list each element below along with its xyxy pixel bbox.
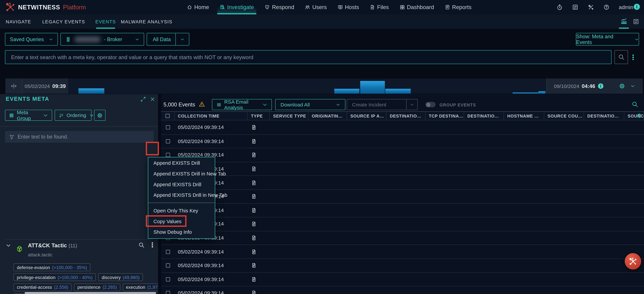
- warning-icon[interactable]: [199, 101, 205, 107]
- tab-navigate[interactable]: NAVIGATE: [6, 14, 31, 29]
- netwitness-fab[interactable]: [625, 253, 641, 270]
- column-header-destinatio[interactable]: DESTINATIO…: [386, 112, 426, 120]
- empty-cell: [504, 273, 544, 286]
- column-header-originatin[interactable]: ORIGINATIN…: [308, 112, 347, 120]
- nav-item-hosts[interactable]: Hosts: [338, 0, 359, 14]
- service-selector-dropdown[interactable]: - Broker: [60, 33, 144, 46]
- meta-value-chip[interactable]: defense-evasion(>100,000 - 35%): [14, 264, 90, 271]
- group-events-toggle[interactable]: [426, 102, 436, 107]
- column-header-hostname[interactable]: HOSTNAME …: [504, 112, 544, 120]
- table-row[interactable]: 05/02/2024 09:39:14: [161, 121, 644, 134]
- brand-logo[interactable]: NETWITNESS Platform: [5, 2, 86, 12]
- create-incident-button-disabled[interactable]: Create Incident: [346, 99, 418, 110]
- query-options-menu[interactable]: [630, 50, 636, 64]
- chevron-down-icon[interactable]: [6, 243, 11, 248]
- row-checkbox[interactable]: [166, 126, 170, 130]
- tab-malware-analysis[interactable]: MALWARE ANALYSIS: [121, 14, 172, 29]
- horizontal-scrollbar-thumb[interactable]: [25, 292, 156, 294]
- empty-cell: [308, 204, 347, 217]
- column-header-tcp-destina[interactable]: TCP DESTINA…: [426, 112, 464, 120]
- help-icon[interactable]: [603, 4, 610, 10]
- meta-value-chip[interactable]: discovery(49,860): [98, 273, 143, 281]
- row-checkbox[interactable]: [166, 291, 170, 294]
- table-row[interactable]: 05/02/2024 09:39:14: [161, 259, 644, 273]
- sliders-icon[interactable]: [572, 4, 578, 10]
- menu-item-copy-values[interactable]: Copy Values: [148, 216, 214, 227]
- events-chart-view-icon[interactable]: [621, 18, 628, 25]
- search-icon[interactable]: [138, 242, 145, 248]
- column-header-destinatio[interactable]: DESTINATIO…: [584, 112, 624, 120]
- empty-cell: [544, 135, 584, 148]
- row-checkbox[interactable]: [166, 264, 170, 268]
- table-row[interactable]: 05/02/2024 09:39:14: [161, 286, 644, 294]
- nav-item-dashboard[interactable]: Dashboard: [400, 0, 434, 14]
- time-range-dropdown[interactable]: All Data: [147, 33, 189, 46]
- type-cell: [248, 135, 270, 148]
- nav-item-home[interactable]: Home: [187, 0, 209, 14]
- menu-item-append-exists-drill[interactable]: Append EXISTS Drill: [148, 158, 214, 168]
- column-header-destinatio[interactable]: DESTINATIO…: [464, 112, 504, 120]
- table-row[interactable]: 05/02/2024 09:39:14: [161, 162, 644, 176]
- query-info-icon[interactable]: [633, 3, 640, 10]
- table-row[interactable]: 05/02/2024 09:39:14: [161, 218, 644, 231]
- table-row[interactable]: 05/02/2024 09:39:14: [161, 190, 644, 204]
- table-row[interactable]: 05/02/2024 09:39:14: [161, 135, 644, 148]
- meta-value-chip[interactable]: execution(1,973): [123, 284, 158, 291]
- nav-item-users[interactable]: Users: [305, 0, 327, 14]
- close-panel-icon[interactable]: [150, 96, 155, 102]
- column-header-source-ip-a[interactable]: SOURCE IP A…: [347, 112, 386, 120]
- tab-legacy-events[interactable]: LEGACY EVENTS: [42, 14, 85, 29]
- row-checkbox[interactable]: [166, 153, 170, 157]
- menu-item-append-exists-drill-in-new-tab[interactable]: Append !EXISTS Drill in New Tab: [148, 190, 214, 201]
- table-settings-gear-icon[interactable]: [636, 113, 642, 118]
- table-row[interactable]: 05/02/2024 09:39:14: [161, 231, 644, 245]
- select-all-checkbox[interactable]: [166, 114, 170, 118]
- show-meta-events-dropdown[interactable]: Show: Meta and Events: [576, 33, 639, 46]
- query-search-input[interactable]: [5, 54, 611, 60]
- search-button[interactable]: [614, 50, 628, 64]
- menu-item-append-exists-drill-in-new-tab[interactable]: Append EXISTS Drill in New Tab: [148, 168, 214, 179]
- menu-item-append-exists-drill[interactable]: Append !EXISTS Drill: [148, 179, 214, 190]
- column-header-service-type[interactable]: SERVICE TYPE: [270, 112, 308, 120]
- meta-group-dropdown[interactable]: Meta Group: [5, 110, 52, 121]
- empty-cell: [624, 273, 644, 286]
- table-row[interactable]: 05/02/2024 09:39:14: [161, 148, 644, 162]
- meta-value-chip[interactable]: credential-access(2,558): [14, 284, 72, 291]
- meta-filter-input[interactable]: [18, 134, 150, 140]
- saved-queries-dropdown[interactable]: Saved Queries: [5, 33, 58, 46]
- nav-item-reports[interactable]: Reports: [444, 0, 472, 14]
- column-header-collection-time[interactable]: COLLECTION TIME: [174, 112, 248, 120]
- nav-item-investigate[interactable]: Investigate: [220, 0, 254, 14]
- stopwatch-icon[interactable]: [556, 4, 562, 10]
- meta-settings-button[interactable]: [94, 110, 106, 121]
- preferences-icon[interactable]: [633, 18, 639, 25]
- table-row[interactable]: 05/02/2024 09:39:14: [161, 245, 644, 259]
- row-checkbox[interactable]: [166, 250, 170, 254]
- row-checkbox[interactable]: [166, 277, 170, 281]
- vertical-dots-icon[interactable]: [150, 242, 155, 248]
- ordering-dropdown[interactable]: Ordering: [54, 110, 92, 121]
- nav-item-files[interactable]: Files: [370, 0, 389, 14]
- menu-item-open-only-this-key[interactable]: Open Only This Key: [148, 206, 214, 216]
- tools-icon[interactable]: [588, 4, 594, 10]
- column-header-type[interactable]: TYPE: [248, 112, 270, 120]
- time-range-chevron[interactable]: [176, 33, 189, 45]
- tab-events[interactable]: EVENTS: [95, 14, 116, 29]
- meta-value-chip[interactable]: persistence(2,265): [74, 284, 120, 291]
- column-header-source-cou[interactable]: SOURCE COU…: [544, 112, 584, 120]
- table-row[interactable]: 05/02/2024 09:39:14: [161, 273, 644, 286]
- table-row[interactable]: 05/02/2024 09:39:14: [161, 204, 644, 218]
- collection-time-cell: 05/02/2024 09:39:14: [174, 121, 248, 134]
- menu-item-show-debug-info[interactable]: Show Debug Info: [148, 227, 214, 238]
- column-group-dropdown[interactable]: RSA Email Analysis: [212, 99, 272, 110]
- table-row[interactable]: 05/02/2024 09:39:14: [161, 176, 644, 190]
- empty-cell: [624, 204, 644, 217]
- download-all-dropdown[interactable]: Download All: [275, 99, 346, 110]
- meta-value-chip[interactable]: privilege-escalation(>100,000 - 40%): [14, 273, 96, 281]
- events-search-icon[interactable]: [632, 101, 638, 108]
- log-event-icon: [251, 221, 257, 227]
- row-checkbox[interactable]: [166, 139, 170, 143]
- empty-cell: [544, 204, 584, 217]
- expand-panel-icon[interactable]: [140, 96, 146, 102]
- nav-item-respond[interactable]: Respond: [265, 0, 294, 14]
